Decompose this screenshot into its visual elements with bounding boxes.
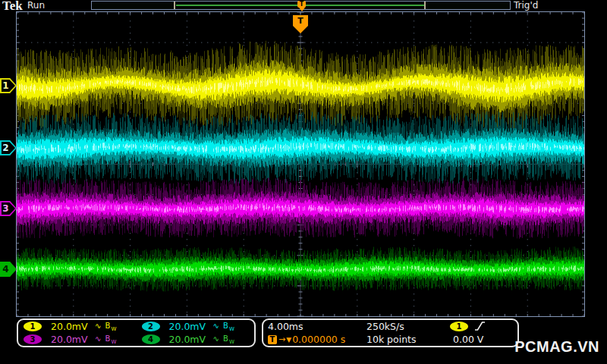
channel-3-readout[interactable]: 3 20.0mV ∿ BW [18, 334, 137, 346]
channel-3-badge: 3 [24, 334, 42, 344]
record-view-bar[interactable]: T [91, 1, 511, 10]
watermark: PCMAG.VN [514, 338, 599, 356]
trigger-flag-label: T [293, 16, 308, 26]
channel-1-badge: 1 [24, 322, 42, 331]
bandwidth-limit-icon: BW [223, 322, 235, 330]
channel-2-icons: ∿ BW [213, 322, 235, 332]
record-window-start-bracket [174, 2, 175, 9]
trigger-status: Trig'd [514, 0, 538, 11]
channel-4-scale: 20.0mV [169, 334, 209, 345]
marker-label: 2 [1, 142, 11, 154]
trigger-delay-t-icon: T [268, 335, 277, 344]
channel-readouts-panel: 1 20.0mV ∿ BW 2 20.0mV ∿ BW 3 20.0mV ∿ B… [17, 318, 256, 347]
bandwidth-limit-icon: BW [223, 334, 235, 343]
channel-2-scale: 20.0mV [169, 321, 209, 332]
ac-coupling-icon: ∿ [213, 334, 220, 343]
channel-3-icons: ∿ BW [95, 334, 117, 345]
record-trigger-marker[interactable]: T [297, 1, 307, 11]
trigger-level-value: 0.00 V [450, 334, 483, 345]
ac-coupling-icon: ∿ [95, 334, 102, 343]
channel-2-readout[interactable]: 2 20.0mV ∿ BW [137, 321, 255, 333]
bandwidth-limit-icon: BW [105, 322, 118, 330]
trigger-source[interactable]: 1 [448, 321, 513, 333]
channel-1-icons: ∿ BW [95, 322, 117, 332]
graticule: T [16, 11, 585, 317]
channel-4-readout[interactable]: 4 20.0mV ∿ BW [137, 334, 255, 346]
channel-2-badge: 2 [142, 322, 160, 331]
channel-4-position-marker[interactable]: 4 [0, 262, 17, 277]
oscilloscope-screen: Tek Run T Trig'd T 1 2 3 4 [0, 0, 607, 364]
trigger-source-badge: 1 [450, 322, 468, 331]
record-length: 10k points [360, 334, 448, 346]
trigger-delay-value: 0.000000 s [292, 334, 345, 345]
marker-label: 1 [1, 80, 11, 92]
trigger-level[interactable]: 0.00 V [448, 334, 513, 346]
horizontal-scale[interactable]: 4.00ms [268, 321, 360, 333]
waveform-canvas [17, 12, 584, 316]
channel-4-icons: ∿ BW [213, 334, 235, 345]
channel-3-scale: 20.0mV [51, 334, 90, 345]
channel-4-badge: 4 [142, 334, 160, 344]
horizontal-scale-value: 4.00ms [268, 321, 304, 332]
channel-1-scale: 20.0mV [51, 321, 90, 332]
ac-coupling-icon: ∿ [213, 322, 220, 330]
sample-rate: 250kS/s [360, 321, 448, 333]
record-length-value: 10k points [366, 334, 417, 345]
arrow-right-icon: → [278, 334, 285, 344]
ac-coupling-icon: ∿ [95, 322, 102, 330]
channel-2-position-marker[interactable]: 2 [0, 140, 17, 155]
triangle-down-icon: ▼ [286, 336, 291, 344]
channel-1-position-marker[interactable]: 1 [0, 78, 17, 93]
marker-label: 4 [1, 263, 11, 275]
channel-3-position-marker[interactable]: 3 [0, 201, 17, 216]
sample-rate-value: 250kS/s [366, 321, 404, 332]
bandwidth-limit-icon: BW [105, 334, 118, 343]
channel-1-readout[interactable]: 1 20.0mV ∿ BW [18, 321, 137, 333]
trigger-delay[interactable]: T → ▼ 0.000000 s [268, 334, 360, 346]
rising-edge-icon [474, 321, 486, 332]
marker-label: 3 [1, 202, 11, 215]
horizontal-trigger-panel: 4.00ms 250kS/s 1 T → ▼ 0.000000 s 10k po… [262, 318, 519, 347]
acquisition-status: Run [27, 0, 45, 11]
record-window-end-bracket [424, 2, 426, 9]
record-trigger-t: T [297, 1, 306, 8]
